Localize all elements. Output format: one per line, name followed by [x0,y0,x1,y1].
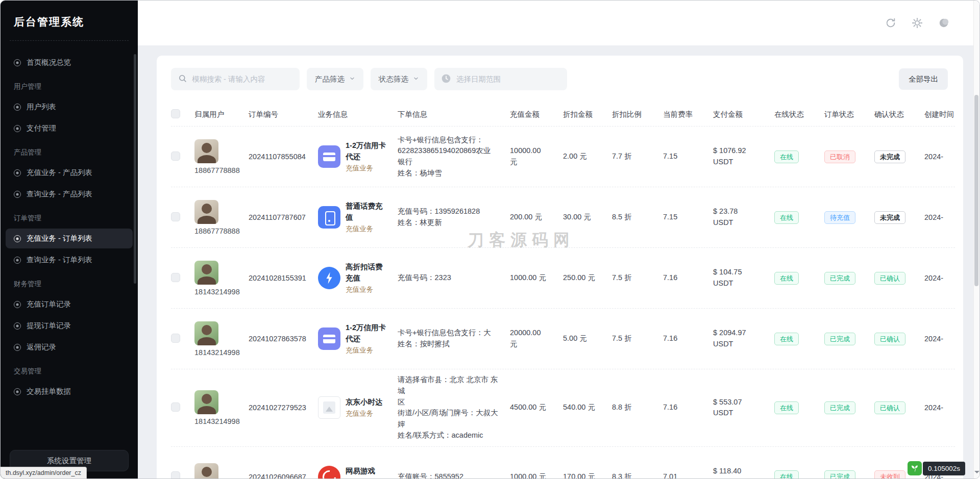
product-type: 充值业务 [346,346,388,355]
sidebar-scrollbar[interactable] [134,54,136,284]
order-status-badge: 已完成 [824,333,855,345]
export-all-button[interactable]: 全部导出 [899,68,948,90]
lightning-icon [318,267,340,289]
clock-icon [441,73,451,85]
scrollbar-down-arrow-icon[interactable] [974,471,979,476]
product-filter-label: 产品筛选 [315,74,345,84]
status-filter-select[interactable]: 状态筛选 [371,68,427,90]
moon-icon[interactable] [938,17,950,29]
created-time: 2024- [924,335,963,343]
row-checkbox[interactable] [171,334,180,343]
sidebar-item-rebate-records[interactable]: 返佣记录 [6,337,133,357]
product-name: 京东小时达 [346,397,388,408]
order-number: 20241107855084 [249,153,318,161]
online-status-badge: 在线 [774,272,799,285]
table-row: 18143214998 20241028155391 高折扣话费充值 充值业务 … [171,247,955,308]
content-card: 产品筛选 状态筛选 选择日期范围 全部导出 [157,56,963,479]
load-time-value: 0.105002s [923,462,965,475]
user-phone: 18143214998 [194,288,240,296]
current-rate: 7.16 [663,272,713,284]
discount-ratio: 7.5 折 [612,333,663,344]
row-checkbox[interactable] [171,152,180,161]
created-time: 2024- [924,274,963,282]
sidebar-item-label: 查询业务 - 订单列表 [27,255,92,265]
recharge-amount: 4500.00 元 [510,402,563,413]
app-window: 后台管理系统 首页概况总览 用户管理 用户列表 支付管理 产品管理 充值业务 -… [0,0,980,479]
product-name: 1-2万信用卡代还 [346,140,388,162]
circle-dot-icon [14,191,21,198]
circle-dot-icon [14,322,21,330]
sidebar-item-withdraw-records[interactable]: 提现订单记录 [6,316,133,336]
sidebar-item-dashboard[interactable]: 首页概况总览 [6,53,133,72]
page-load-time-widget[interactable]: 0.105002s [908,461,965,475]
sidebar-item-query-orders[interactable]: 查询业务 - 订单列表 [6,250,133,270]
sidebar-item-label: 提现订单记录 [27,321,71,331]
order-info: 请选择省市县：北京 北京市 东城 区 街道/小区/商场门牌号：大叔大 婶 姓名/… [398,374,510,441]
confirm-status-badge: 已确认 [874,401,905,414]
sidebar-item-recharge-products[interactable]: 充值业务 - 产品列表 [6,163,133,183]
confirm-status-badge: 未收到 [874,470,905,479]
user-phone: 18867778888 [194,166,240,174]
product-type: 充值业务 [346,164,388,173]
row-checkbox[interactable] [171,402,180,412]
sidebar-group-user: 用户管理 [1,74,138,95]
date-range-picker[interactable]: 选择日期范围 [434,68,567,90]
circle-dot-icon [14,59,21,66]
select-all-checkbox[interactable] [171,109,180,118]
order-number: 20241027863578 [249,335,318,343]
date-range-placeholder: 选择日期范围 [456,74,501,84]
current-rate: 7.16 [663,402,713,413]
filter-bar: 产品筛选 状态筛选 选择日期范围 全部导出 [171,68,955,90]
discount-ratio: 8.3 折 [612,471,663,479]
sidebar-item-label: 用户列表 [27,102,56,112]
recharge-amount: 200.00 元 [510,212,563,223]
order-info: 充值号码：2323 [398,272,510,284]
order-number: 20241026096687 [249,473,318,479]
col-confirm-status: 确认状态 [874,110,924,119]
order-status-badge: 已完成 [824,401,855,414]
sidebar-item-label: 充值业务 - 订单列表 [27,234,92,243]
col-order-no: 订单编号 [249,110,318,119]
table-row: 20241026096687 网易游戏 充值业务 充值账号：5855952 10… [171,446,955,479]
order-status-badge: 已取消 [824,150,855,163]
sidebar-item-label: 交易挂单数据 [27,387,71,396]
row-checkbox[interactable] [171,471,180,479]
col-business-info: 业务信息 [318,110,398,119]
image-placeholder-icon [318,396,340,419]
discount-amount: 2.00 元 [563,151,612,162]
sun-icon[interactable] [911,17,923,29]
refresh-icon[interactable] [885,17,897,29]
circle-dot-icon [14,388,21,395]
row-checkbox[interactable] [171,212,180,221]
row-checkbox[interactable] [171,273,180,282]
sidebar-item-label: 查询业务 - 产品列表 [27,189,92,199]
order-status-badge: 已完成 [824,470,855,479]
col-online-status: 在线状态 [774,110,824,119]
sidebar-item-label: 首页概况总览 [27,58,71,67]
scrollbar-thumb[interactable] [974,95,978,286]
search-input[interactable] [192,75,292,83]
pay-amount: $ 2094.97 USDT [713,327,774,350]
order-info: 卡号+银行信息包含支行：大 姓名：按时擦拭 [398,327,510,350]
search-icon [178,74,187,85]
pay-amount: $ 104.75 USDT [713,267,774,289]
discount-amount: 5.00 元 [563,333,612,344]
sidebar-group-finance: 财务管理 [1,271,138,293]
sidebar-item-recharge-orders[interactable]: 充值业务 - 订单列表 [6,229,133,248]
sidebar-item-query-products[interactable]: 查询业务 - 产品列表 [6,184,133,204]
plant-icon [908,461,922,475]
sidebar-item-trade-orders[interactable]: 交易挂单数据 [6,382,133,401]
pay-amount: $ 1076.92 USDT [713,145,774,168]
chevron-down-icon [413,75,419,83]
online-status-badge: 在线 [774,150,799,163]
sidebar-item-recharge-records[interactable]: 充值订单记录 [6,294,133,314]
sidebar-item-payment-management[interactable]: 支付管理 [6,118,133,138]
confirm-status-badge: 已确认 [874,272,905,285]
sidebar-group-product: 产品管理 [1,140,138,161]
order-info: 卡号+银行信息包含支行： 6228233865194020869农业 银行 姓名… [398,135,510,179]
sidebar: 后台管理系统 首页概况总览 用户管理 用户列表 支付管理 产品管理 充值业务 -… [1,1,138,478]
sidebar-item-user-list[interactable]: 用户列表 [6,97,133,117]
vertical-scrollbar[interactable] [973,1,979,478]
order-number: 20241107787607 [249,213,318,221]
product-filter-select[interactable]: 产品筛选 [307,68,363,90]
